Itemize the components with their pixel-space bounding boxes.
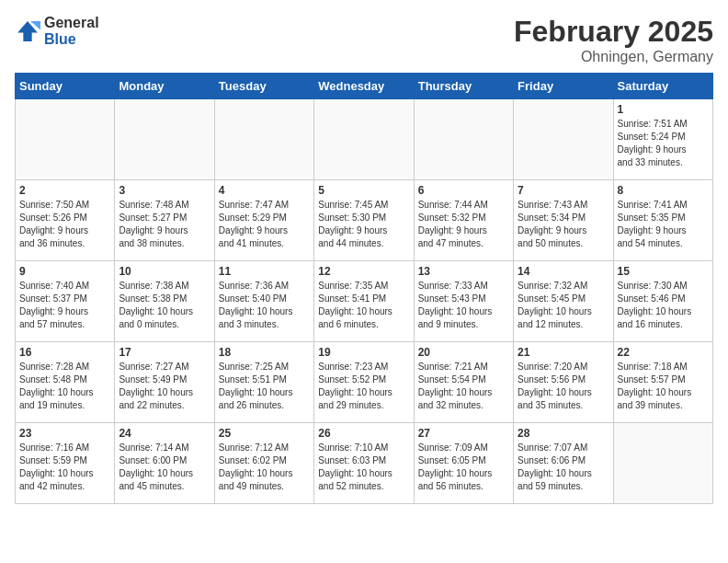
day-info: Sunrise: 7:20 AM Sunset: 5:56 PM Dayligh… [518,361,609,412]
calendar-cell: 27Sunrise: 7:09 AM Sunset: 6:05 PM Dayli… [414,423,513,504]
weekday-header-saturday: Saturday [613,74,712,99]
logo-text: General Blue [44,15,99,47]
day-info: Sunrise: 7:27 AM Sunset: 5:49 PM Dayligh… [119,361,210,412]
calendar-subtitle: Ohningen, Germany [514,49,713,65]
page-header: General Blue February 2025 Ohningen, Ger… [15,15,713,65]
calendar-cell: 19Sunrise: 7:23 AM Sunset: 5:52 PM Dayli… [314,342,414,423]
day-info: Sunrise: 7:07 AM Sunset: 6:06 PM Dayligh… [518,442,609,493]
day-info: Sunrise: 7:09 AM Sunset: 6:05 PM Dayligh… [418,442,509,493]
day-number: 24 [119,427,210,440]
calendar-cell: 16Sunrise: 7:28 AM Sunset: 5:48 PM Dayli… [16,342,115,423]
calendar-cell [314,99,414,180]
calendar-cell: 21Sunrise: 7:20 AM Sunset: 5:56 PM Dayli… [514,342,613,423]
day-info: Sunrise: 7:16 AM Sunset: 5:59 PM Dayligh… [19,442,110,493]
calendar-cell: 23Sunrise: 7:16 AM Sunset: 5:59 PM Dayli… [16,423,115,504]
weekday-row: SundayMondayTuesdayWednesdayThursdayFrid… [16,74,713,99]
day-info: Sunrise: 7:44 AM Sunset: 5:32 PM Dayligh… [418,199,509,250]
calendar-cell: 6Sunrise: 7:44 AM Sunset: 5:32 PM Daylig… [414,180,513,261]
weekday-header-monday: Monday [115,74,214,99]
day-number: 23 [19,427,110,440]
calendar-cell: 12Sunrise: 7:35 AM Sunset: 5:41 PM Dayli… [314,261,414,342]
weekday-header-wednesday: Wednesday [314,74,414,99]
day-number: 13 [418,265,509,278]
day-info: Sunrise: 7:35 AM Sunset: 5:41 PM Dayligh… [318,280,409,331]
day-number: 16 [19,346,110,359]
calendar-cell [115,99,214,180]
day-number: 18 [219,346,310,359]
day-info: Sunrise: 7:48 AM Sunset: 5:27 PM Dayligh… [119,199,210,250]
day-number: 27 [418,427,509,440]
day-info: Sunrise: 7:23 AM Sunset: 5:52 PM Dayligh… [318,361,409,412]
day-number: 10 [119,265,210,278]
day-number: 28 [518,427,609,440]
day-info: Sunrise: 7:10 AM Sunset: 6:03 PM Dayligh… [318,442,409,493]
calendar-cell: 13Sunrise: 7:33 AM Sunset: 5:43 PM Dayli… [414,261,513,342]
calendar-cell: 28Sunrise: 7:07 AM Sunset: 6:06 PM Dayli… [514,423,613,504]
day-number: 3 [119,184,210,197]
weekday-header-thursday: Thursday [414,74,513,99]
calendar-body: 1Sunrise: 7:51 AM Sunset: 5:24 PM Daylig… [16,99,713,504]
day-info: Sunrise: 7:18 AM Sunset: 5:57 PM Dayligh… [618,361,709,412]
calendar-cell: 4Sunrise: 7:47 AM Sunset: 5:29 PM Daylig… [214,180,313,261]
day-number: 22 [618,346,709,359]
day-number: 6 [418,184,509,197]
day-info: Sunrise: 7:38 AM Sunset: 5:38 PM Dayligh… [119,280,210,331]
calendar-cell: 14Sunrise: 7:32 AM Sunset: 5:45 PM Dayli… [514,261,613,342]
calendar-cell: 3Sunrise: 7:48 AM Sunset: 5:27 PM Daylig… [115,180,214,261]
title-block: February 2025 Ohningen, Germany [514,15,713,65]
calendar-cell [613,423,712,504]
day-info: Sunrise: 7:45 AM Sunset: 5:30 PM Dayligh… [318,199,409,250]
day-info: Sunrise: 7:47 AM Sunset: 5:29 PM Dayligh… [219,199,310,250]
calendar-cell: 18Sunrise: 7:25 AM Sunset: 5:51 PM Dayli… [214,342,313,423]
day-info: Sunrise: 7:30 AM Sunset: 5:46 PM Dayligh… [618,280,709,331]
day-number: 9 [19,265,110,278]
day-info: Sunrise: 7:43 AM Sunset: 5:34 PM Dayligh… [518,199,609,250]
day-info: Sunrise: 7:32 AM Sunset: 5:45 PM Dayligh… [518,280,609,331]
calendar-cell: 2Sunrise: 7:50 AM Sunset: 5:26 PM Daylig… [16,180,115,261]
calendar-cell: 11Sunrise: 7:36 AM Sunset: 5:40 PM Dayli… [214,261,313,342]
day-info: Sunrise: 7:21 AM Sunset: 5:54 PM Dayligh… [418,361,509,412]
day-number: 8 [618,184,709,197]
calendar-cell: 22Sunrise: 7:18 AM Sunset: 5:57 PM Dayli… [613,342,712,423]
calendar-cell [16,99,115,180]
day-number: 26 [318,427,409,440]
day-info: Sunrise: 7:41 AM Sunset: 5:35 PM Dayligh… [618,199,709,250]
calendar-cell [514,99,613,180]
calendar-cell: 24Sunrise: 7:14 AM Sunset: 6:00 PM Dayli… [115,423,214,504]
weekday-header-friday: Friday [514,74,613,99]
calendar-cell [414,99,513,180]
calendar-cell: 5Sunrise: 7:45 AM Sunset: 5:30 PM Daylig… [314,180,414,261]
week-row-3: 16Sunrise: 7:28 AM Sunset: 5:48 PM Dayli… [16,342,713,423]
day-number: 12 [318,265,409,278]
calendar-cell: 17Sunrise: 7:27 AM Sunset: 5:49 PM Dayli… [115,342,214,423]
week-row-1: 2Sunrise: 7:50 AM Sunset: 5:26 PM Daylig… [16,180,713,261]
calendar-cell: 10Sunrise: 7:38 AM Sunset: 5:38 PM Dayli… [115,261,214,342]
day-number: 14 [518,265,609,278]
week-row-4: 23Sunrise: 7:16 AM Sunset: 5:59 PM Dayli… [16,423,713,504]
logo: General Blue [15,15,99,47]
day-info: Sunrise: 7:12 AM Sunset: 6:02 PM Dayligh… [219,442,310,493]
calendar-title: February 2025 [514,15,713,49]
day-number: 17 [119,346,210,359]
calendar-cell: 9Sunrise: 7:40 AM Sunset: 5:37 PM Daylig… [16,261,115,342]
calendar-table: SundayMondayTuesdayWednesdayThursdayFrid… [15,73,713,504]
weekday-header-sunday: Sunday [16,74,115,99]
week-row-0: 1Sunrise: 7:51 AM Sunset: 5:24 PM Daylig… [16,99,713,180]
day-info: Sunrise: 7:40 AM Sunset: 5:37 PM Dayligh… [19,280,110,331]
day-number: 7 [518,184,609,197]
calendar-cell: 7Sunrise: 7:43 AM Sunset: 5:34 PM Daylig… [514,180,613,261]
day-number: 1 [618,103,709,116]
logo-general-text: General [44,15,99,31]
calendar-header: SundayMondayTuesdayWednesdayThursdayFrid… [16,74,713,99]
day-info: Sunrise: 7:28 AM Sunset: 5:48 PM Dayligh… [19,361,110,412]
day-info: Sunrise: 7:36 AM Sunset: 5:40 PM Dayligh… [219,280,310,331]
calendar-cell: 15Sunrise: 7:30 AM Sunset: 5:46 PM Dayli… [613,261,712,342]
day-number: 4 [219,184,310,197]
day-info: Sunrise: 7:25 AM Sunset: 5:51 PM Dayligh… [219,361,310,412]
day-number: 11 [219,265,310,278]
day-info: Sunrise: 7:33 AM Sunset: 5:43 PM Dayligh… [418,280,509,331]
logo-icon [15,18,40,44]
day-number: 15 [618,265,709,278]
calendar-cell: 8Sunrise: 7:41 AM Sunset: 5:35 PM Daylig… [613,180,712,261]
logo-blue-text: Blue [44,31,99,48]
